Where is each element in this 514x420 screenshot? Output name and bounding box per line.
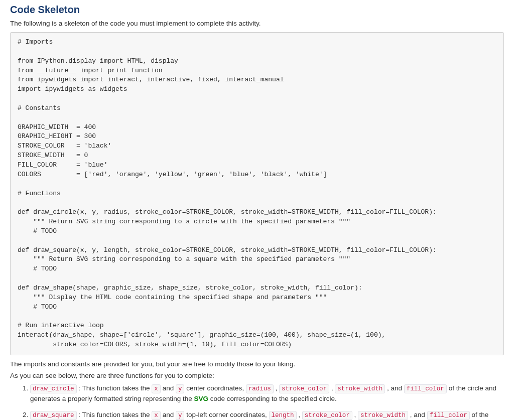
text: center coordinates, <box>184 384 245 392</box>
code-line: STROKE_COLOR = 'black' <box>18 142 111 150</box>
code-line: """ Return SVG string corresponding to a… <box>18 255 350 263</box>
text: top-left corner coordinates, <box>184 411 269 418</box>
code-line: # TODO <box>18 265 57 272</box>
list-item: draw_circle : This function takes the x … <box>30 383 504 404</box>
text: , and <box>408 411 427 418</box>
section-heading: Code Skeleton <box>10 4 504 16</box>
text: , <box>352 411 358 418</box>
comment-line: # Functions <box>18 190 61 197</box>
comment-line: # Run interactive loop <box>18 322 104 329</box>
code-line: def draw_square(x, y, length, stroke_col… <box>18 246 437 254</box>
code-fn-name: draw_circle <box>30 384 77 393</box>
function-list: draw_circle : This function takes the x … <box>30 383 504 420</box>
code-line: COLORS = ['red', 'orange', 'yellow', 'gr… <box>18 171 327 178</box>
code-skeleton-block: # Imports from IPython.display import HT… <box>10 32 504 355</box>
code-line: from ipywidgets import interact, interac… <box>18 76 284 83</box>
comment-line: # Imports <box>18 38 53 46</box>
comment-line: # Constants <box>18 104 61 112</box>
text: : This function takes the <box>77 411 152 418</box>
code-line: """ Return SVG string corresponding to a… <box>18 218 350 225</box>
code-param: length <box>269 411 297 420</box>
code-line: STROKE_WIDTH = 0 <box>18 152 88 159</box>
code-param: stroke_width <box>358 411 408 420</box>
paragraph: The imports and constants are provided f… <box>10 360 504 368</box>
code-line: def draw_shape(shape, graphic_size, shap… <box>18 284 362 292</box>
code-line: # TODO <box>18 303 57 311</box>
code-param: fill_color <box>427 411 470 420</box>
text: , <box>329 384 335 392</box>
code-line: GRAPHIC_HEIGHT = 300 <box>18 132 96 140</box>
text: and <box>161 411 176 418</box>
text: , <box>297 411 302 418</box>
code-param: radius <box>246 384 274 393</box>
code-param: stroke_color <box>279 384 329 393</box>
code-line: from __future__ import print_function <box>18 67 163 74</box>
paragraph: As you can see below, there are three fu… <box>10 372 504 379</box>
text: , <box>274 384 279 392</box>
code-line: """ Display the HTML code containing the… <box>18 294 327 301</box>
svg-term: SVG <box>194 395 208 402</box>
code-fn-name: draw_square <box>30 411 77 420</box>
code-line: from IPython.display import HTML, displa… <box>18 57 178 65</box>
code-line: FILL_COLOR = 'blue' <box>18 161 107 169</box>
code-line: # TODO <box>18 227 57 235</box>
text: and <box>161 384 176 392</box>
code-param: y <box>176 384 185 393</box>
code-param: x <box>152 411 161 420</box>
code-param: x <box>152 384 161 393</box>
code-line: import ipywidgets as widgets <box>18 85 127 93</box>
text: : This function takes the <box>77 384 152 392</box>
code-param: y <box>176 411 185 420</box>
code-param: stroke_color <box>302 411 352 420</box>
code-param: fill_color <box>404 384 447 393</box>
intro-paragraph: The following is a skeleton of the code … <box>10 20 504 27</box>
text: , and <box>385 384 404 392</box>
code-line: def draw_circle(x, y, radius, stroke_col… <box>18 208 437 216</box>
code-param: stroke_width <box>335 384 385 393</box>
code-line: GRAPHIC_WIDTH = 400 <box>18 123 96 131</box>
text: code corresponding to the specified circ… <box>208 395 337 402</box>
list-item: draw_square : This function takes the x … <box>30 410 504 420</box>
code-line: stroke_color=COLORS, stroke_width=(1, 10… <box>18 341 292 348</box>
code-line: interact(draw_shape, shape=['circle', 's… <box>18 331 386 339</box>
